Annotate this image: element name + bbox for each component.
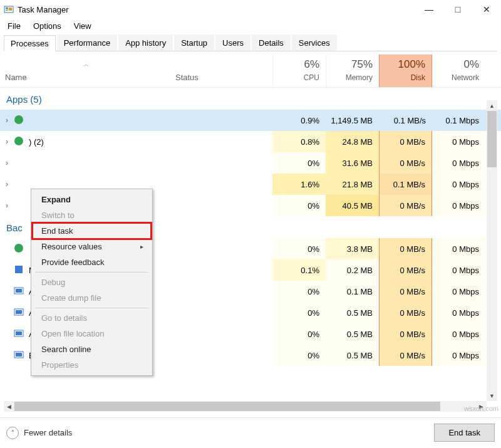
network-value: 0 Mbps (432, 238, 485, 259)
expand-icon[interactable]: › (0, 137, 14, 146)
memory-value: 0.5 MB (326, 302, 379, 323)
cpu-value: 1.6% (272, 174, 326, 195)
fewer-details-label: Fewer details (24, 428, 72, 437)
tab-details[interactable]: Details (252, 34, 291, 51)
expand-icon[interactable]: › (0, 201, 14, 210)
network-value: 0 Mbps (432, 174, 485, 195)
ctx-resource-values[interactable]: Resource values (33, 239, 151, 254)
process-icon (14, 264, 25, 276)
process-icon (14, 350, 25, 361)
process-icon (14, 307, 25, 318)
ctx-open-file-location[interactable]: Open file location (33, 326, 151, 341)
window-title: Task Manager (18, 5, 69, 14)
ctx-debug[interactable]: Debug (33, 274, 151, 290)
tab-startup[interactable]: Startup (174, 34, 214, 51)
titlebar: Task Manager — □ ✕ (0, 0, 501, 19)
expand-icon[interactable]: › (0, 159, 14, 167)
svg-point-4 (14, 115, 23, 124)
network-value: 0 Mbps (432, 281, 485, 302)
memory-value: 0.2 MB (326, 259, 379, 281)
memory-value: 21.8 MB (326, 174, 379, 195)
tab-processes[interactable]: Processes (4, 35, 56, 51)
scroll-down-icon[interactable]: ▼ (487, 390, 497, 401)
ctx-properties[interactable]: Properties (33, 357, 151, 373)
disk-value: 0.1 MB/s (379, 110, 432, 131)
ctx-create-dump[interactable]: Create dump file (33, 290, 151, 306)
disk-value: 0 MB/s (379, 323, 432, 345)
expand-icon[interactable]: › (0, 180, 14, 189)
expand-icon[interactable]: › (0, 116, 14, 125)
scroll-left-icon[interactable]: ◀ (4, 402, 14, 412)
column-network[interactable]: 0% Network (432, 55, 485, 87)
scroll-thumb[interactable] (487, 111, 497, 167)
memory-value: 40.5 MB (326, 195, 379, 216)
process-icon (14, 136, 25, 147)
tab-performance[interactable]: Performance (57, 34, 117, 51)
ctx-end-task[interactable]: End task (33, 223, 151, 239)
svg-rect-11 (16, 310, 22, 314)
process-row[interactable]: › ) (2) 0.8% 24.8 MB 0 MB/s 0 Mbps (0, 131, 501, 152)
disk-value: 0 MB/s (379, 281, 432, 302)
disk-value: 0 MB/s (379, 259, 432, 281)
menubar: File Options View (0, 19, 501, 34)
end-task-button[interactable]: End task (434, 424, 495, 442)
cpu-value: 0.8% (272, 131, 326, 152)
network-value: 0 Mbps (432, 259, 485, 281)
chevron-up-icon: ˄ (6, 427, 19, 439)
watermark-text: wsxdn.com (464, 405, 498, 412)
column-name[interactable]: Name (5, 73, 175, 82)
process-icon (14, 115, 25, 126)
ctx-switch-to[interactable]: Switch to (33, 207, 151, 223)
svg-point-5 (14, 137, 23, 145)
cpu-value: 0.1% (272, 259, 326, 281)
ctx-go-to-details[interactable]: Go to details (33, 310, 151, 326)
footer-bar: ˄ Fewer details End task (0, 417, 501, 447)
scroll-thumb[interactable] (14, 402, 440, 411)
process-row[interactable]: › 0% 31.6 MB 0 MB/s 0 Mbps (0, 152, 501, 174)
menu-options[interactable]: Options (28, 20, 66, 32)
column-cpu[interactable]: 6% CPU (272, 55, 326, 87)
disk-value: 0.1 MB/s (379, 174, 432, 195)
disk-value: 0 MB/s (379, 238, 432, 259)
app-icon (4, 4, 14, 14)
menu-file[interactable]: File (3, 20, 26, 32)
process-icon (14, 243, 25, 254)
menu-view[interactable]: View (69, 20, 96, 32)
context-menu[interactable]: Expand Switch to End task Resource value… (31, 189, 153, 376)
disk-value: 0 MB/s (379, 302, 432, 323)
group-header-apps[interactable]: Apps (5) (0, 88, 501, 110)
scroll-up-icon[interactable]: ▲ (487, 100, 497, 111)
svg-rect-1 (6, 8, 8, 9)
memory-value: 31.6 MB (326, 152, 379, 174)
minimize-button[interactable]: — (415, 0, 443, 19)
ctx-search-online[interactable]: Search online (33, 341, 151, 357)
column-memory[interactable]: 75% Memory (326, 55, 379, 87)
process-icon (14, 157, 25, 169)
column-header-row: ︿ Name Status 6% CPU 75% Memory 100% Dis… (0, 51, 501, 88)
column-disk[interactable]: 100% Disk (379, 55, 432, 87)
disk-value: 0 MB/s (379, 152, 432, 174)
process-icon (14, 179, 25, 190)
tab-services[interactable]: Services (292, 34, 337, 51)
column-status[interactable]: Status (175, 73, 272, 87)
tab-app-history[interactable]: App history (118, 34, 173, 51)
close-button[interactable]: ✕ (472, 0, 501, 19)
tab-strip: Processes Performance App history Startu… (4, 34, 497, 51)
vertical-scrollbar[interactable]: ▲ ▼ (487, 100, 497, 401)
process-row[interactable]: › 0.9% 1,149.5 MB 0.1 MB/s 0.1 Mbps (0, 110, 501, 131)
ctx-provide-feedback[interactable]: Provide feedback (33, 254, 151, 270)
ctx-separator (35, 272, 148, 273)
ctx-expand[interactable]: Expand (33, 192, 151, 207)
network-value: 0 Mbps (432, 131, 485, 152)
cpu-value: 0% (272, 281, 326, 302)
memory-value: 0.5 MB (326, 323, 379, 345)
horizontal-scrollbar[interactable]: ◀ ▶ (4, 401, 487, 412)
maximize-button[interactable]: □ (443, 0, 472, 19)
sort-caret-icon[interactable]: ︿ (5, 56, 168, 69)
network-value: 0 Mbps (432, 323, 485, 345)
fewer-details-button[interactable]: ˄ Fewer details (6, 427, 72, 439)
process-icon (14, 328, 25, 340)
memory-value: 24.8 MB (326, 131, 379, 152)
tab-users[interactable]: Users (215, 34, 250, 51)
cpu-value: 0% (272, 238, 326, 259)
